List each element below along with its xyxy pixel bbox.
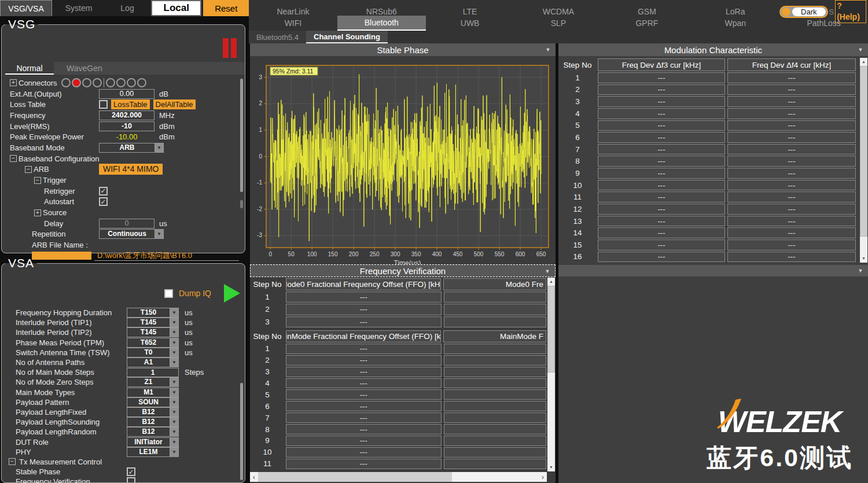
chevron-down-icon[interactable]: ▼ (543, 267, 552, 275)
no-of-mode-zero-steps-dropdown[interactable]: Z1▼ (127, 377, 179, 387)
scroll-down-icon[interactable]: ▼ (860, 255, 867, 263)
vsg-scrollbar-mark[interactable] (240, 200, 243, 208)
retrigger-checkbox[interactable]: ✓ (99, 187, 108, 196)
chevron-down-icon[interactable]: ▼ (170, 308, 178, 317)
dump-iq-checkbox[interactable] (164, 289, 173, 298)
tab-normal[interactable]: Normal (5, 62, 54, 75)
main-tab-vsgvsa[interactable]: VSG/VSA (0, 0, 52, 16)
mc-vertical-scrollbar[interactable]: ▲ ▼ (860, 58, 867, 263)
connector-led[interactable] (106, 78, 115, 87)
baseband-mode-dropdown[interactable]: ARB ▼ (99, 143, 164, 153)
chevron-down-icon[interactable]: ▼ (170, 318, 178, 327)
fv-horizontal-scrollbar[interactable]: ‹ › (250, 472, 547, 482)
stable-phase-checkbox[interactable]: ✓ (127, 467, 135, 476)
ext-att-input[interactable]: 0.00 (99, 89, 155, 99)
run-play-icon[interactable] (224, 284, 240, 303)
phy-dropdown[interactable]: LE1M▼ (127, 447, 179, 457)
level-input[interactable]: -10 (99, 121, 155, 131)
chevron-down-icon[interactable]: ▼ (170, 398, 178, 407)
loss-table-button[interactable]: LossTable (111, 99, 150, 109)
scrollbar-thumb[interactable] (860, 66, 867, 237)
field-label: Frequency Hopping Duration (16, 308, 112, 317)
phase-meas-period-tpm--dropdown[interactable]: T652▼ (127, 338, 179, 348)
connector-led[interactable] (93, 78, 102, 87)
protocol-tab-bluetooth[interactable]: Bluetooth (337, 16, 426, 31)
chevron-down-icon[interactable]: ▼ (170, 338, 178, 347)
frequency-input[interactable]: 2402.000 (99, 110, 155, 120)
repetition-dropdown[interactable]: Continuous ▼ (99, 229, 164, 239)
protocol-tab-slp[interactable]: SLP (514, 15, 603, 31)
fv-vertical-scrollbar[interactable]: ▲ ▼ (547, 278, 555, 471)
chevron-down-icon[interactable]: ▼ (170, 418, 178, 426)
collapse-minus-icon[interactable]: − (9, 458, 16, 465)
switch-antenna-time-tsw--dropdown[interactable]: T0▼ (127, 348, 179, 357)
scroll-right-icon[interactable]: › (539, 472, 547, 482)
payload-lengthrandom-dropdown[interactable]: B12▼ (127, 427, 179, 437)
protocol-tab-pathloss[interactable]: PathLoss (779, 15, 868, 31)
protocol-tab-wifi[interactable]: WIFI (249, 15, 337, 31)
protocol-tab-wpan[interactable]: Wpan (691, 15, 779, 31)
main-tab-log[interactable]: Log (105, 0, 149, 16)
main-mode-types-dropdown[interactable]: M1▼ (127, 388, 179, 397)
sub-tab-bluetooth5-4[interactable]: Bluetooth5.4 (249, 31, 306, 43)
chevron-down-icon[interactable]: ▼ (170, 348, 178, 357)
delay-input[interactable]: 0 (99, 219, 155, 228)
scroll-up-icon[interactable]: ▲ (547, 278, 555, 286)
main-tab-system[interactable]: System (52, 0, 105, 16)
interlude-period-tip2--dropdown[interactable]: T145▼ (127, 327, 179, 337)
chevron-down-icon[interactable]: ▼ (856, 46, 865, 54)
chevron-down-icon[interactable]: ▼ (170, 408, 178, 416)
payload-pattern-dropdown[interactable]: SOUN▼ (127, 397, 179, 407)
source-row: + Source (2, 207, 239, 218)
tab-wavegen[interactable]: WaveGen (54, 62, 244, 75)
chevron-down-icon[interactable]: ▼ (170, 438, 178, 447)
local-button[interactable]: Local (151, 0, 201, 16)
autostart-checkbox[interactable]: ✓ (99, 197, 108, 206)
interlude-period-tip1--dropdown[interactable]: T145▼ (127, 318, 179, 327)
frequency-verification-checkbox[interactable] (127, 477, 135, 483)
connector-led[interactable] (116, 78, 126, 87)
arb-waveform-button[interactable]: WIFI 4*4 MIMO (99, 164, 163, 175)
chevron-down-icon[interactable]: ▼ (170, 388, 178, 397)
chevron-down-icon[interactable]: ▼ (170, 378, 178, 386)
frequency-hopping-duration-dropdown[interactable]: T150▼ (127, 308, 179, 318)
payload-lengthfixed-dropdown[interactable]: B12▼ (127, 407, 179, 417)
expand-plus-icon[interactable]: + (34, 209, 41, 216)
no-of-main-mode-steps-input[interactable]: 1 (127, 368, 179, 377)
sub-tab-channel-sounding[interactable]: Channel Sounding (306, 31, 388, 43)
payload-lengthsounding-dropdown[interactable]: B12▼ (127, 417, 179, 427)
chevron-down-icon[interactable]: ▼ (155, 143, 163, 152)
chevron-down-icon[interactable]: ▼ (543, 46, 553, 54)
collapse-minus-icon[interactable]: − (34, 177, 41, 184)
connector-led[interactable] (61, 78, 71, 87)
no-of-antenna-paths-dropdown[interactable]: A1▼ (127, 357, 179, 367)
scrollbar-thumb[interactable] (258, 472, 452, 482)
chevron-down-icon[interactable]: ▼ (170, 427, 178, 436)
scroll-up-icon[interactable]: ▲ (860, 58, 867, 66)
connector-led-active[interactable] (72, 78, 81, 87)
vsa-scrollbar[interactable] (240, 383, 243, 480)
protocol-tab-gprf[interactable]: GPRF (602, 15, 691, 31)
vsg-scrollbar[interactable] (240, 79, 243, 192)
chevron-down-icon[interactable]: ▼ (856, 267, 865, 275)
loss-table-checkbox[interactable] (99, 100, 108, 109)
chevron-down-icon[interactable]: ▼ (170, 448, 178, 456)
expand-plus-icon[interactable]: + (10, 79, 17, 86)
chevron-down-icon[interactable]: ▼ (155, 230, 163, 238)
connector-led[interactable] (127, 78, 136, 87)
del-all-table-button[interactable]: DelAllTable (153, 99, 196, 109)
scrollbar-thumb[interactable] (547, 286, 555, 373)
chevron-down-icon[interactable]: ▼ (170, 358, 178, 367)
connector-led[interactable] (82, 78, 91, 87)
connector-led[interactable] (137, 78, 146, 87)
dut-role-dropdown[interactable]: INITiator▼ (127, 437, 179, 447)
scroll-left-icon[interactable]: ‹ (250, 472, 258, 482)
collapsed-section-header[interactable]: ▼ (558, 265, 868, 276)
collapse-minus-icon[interactable]: − (10, 155, 17, 162)
protocol-tab-uwb[interactable]: UWB (426, 15, 514, 31)
frequency-verification-header[interactable]: Frequency Verification ▼ (250, 264, 556, 277)
scroll-down-icon[interactable]: ▼ (547, 463, 555, 471)
chevron-down-icon[interactable]: ▼ (170, 328, 178, 337)
collapse-minus-icon[interactable]: − (25, 166, 32, 173)
reset-button[interactable]: Reset (203, 0, 249, 16)
